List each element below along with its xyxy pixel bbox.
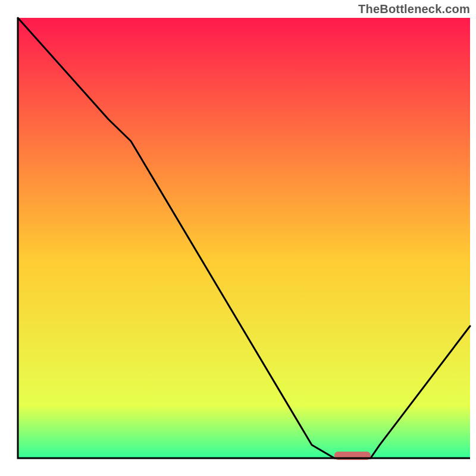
watermark-text: TheBottleneck.com bbox=[358, 2, 470, 16]
chart-container: { "watermark": "TheBottleneck.com", "cha… bbox=[0, 0, 476, 476]
bottleneck-chart bbox=[0, 0, 476, 476]
plot-background bbox=[18, 18, 470, 458]
